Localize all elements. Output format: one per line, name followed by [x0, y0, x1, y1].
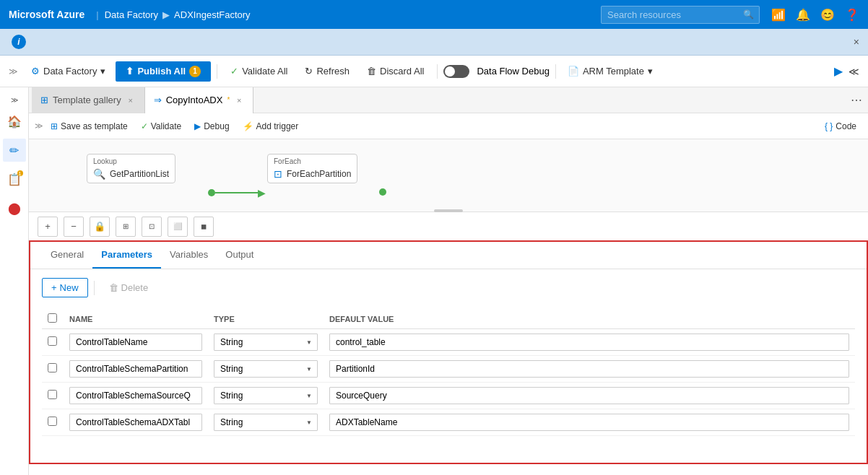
sidebar-icon-monitor[interactable]: ⬤: [3, 196, 26, 219]
foreach-node-header: ForEach: [274, 157, 351, 165]
tab-template-gallery[interactable]: ⊞ Template gallery ×: [32, 87, 145, 113]
publish-badge: 1: [189, 66, 201, 77]
template-gallery-close-icon[interactable]: ×: [126, 95, 136, 105]
row-checkbox-2[interactable]: [48, 390, 57, 399]
param-name-input-2[interactable]: [69, 387, 202, 404]
new-parameter-button[interactable]: + New: [42, 278, 88, 297]
wifi-icon[interactable]: 📶: [771, 8, 786, 22]
pipeline-expand-icon[interactable]: ≫: [35, 121, 43, 131]
delete-button[interactable]: 🗑 Delete: [100, 279, 157, 297]
lookup-node-header: Lookup: [93, 157, 169, 165]
param-type-select-3[interactable]: String Bool Int Float Object Array Secur…: [214, 414, 318, 431]
lookup-node-box: Lookup 🔍 GetPartitionList: [87, 154, 175, 183]
breadcrumb-factory-name[interactable]: ADXIngestFactory: [174, 9, 251, 20]
tabs-bar: ⊞ Template gallery × ⇒ CopyIntoADX * × ⋯: [29, 87, 868, 113]
code-label: Code: [836, 121, 856, 131]
save-as-template-button[interactable]: ⊞ Save as template: [45, 118, 134, 134]
connector-arrow-icon: ▶: [258, 187, 266, 199]
param-default-input-0[interactable]: [329, 334, 849, 351]
collapse-button[interactable]: ≪: [849, 66, 859, 77]
param-name-input-0[interactable]: [69, 334, 202, 351]
code-button[interactable]: { } Code: [819, 118, 862, 134]
table-row: String Bool Int Float Object Array Secur…: [42, 383, 855, 409]
lock-button[interactable]: 🔒: [90, 217, 110, 237]
tab-general[interactable]: General: [42, 242, 92, 269]
refresh-icon: ↻: [305, 66, 313, 77]
search-input[interactable]: [601, 6, 760, 24]
lookup-node-body: 🔍 GetPartitionList: [93, 168, 169, 180]
arm-template-button[interactable]: 📄 ARM Template ▾: [562, 63, 659, 79]
tab-variables[interactable]: Variables: [161, 242, 217, 269]
info-bar: i ×: [0, 29, 868, 56]
row-checkbox-1[interactable]: [48, 363, 57, 372]
table-row: String Bool Int Float Object Array Secur…: [42, 329, 855, 356]
discard-all-button[interactable]: 🗑 Discard All: [360, 61, 431, 81]
data-flow-debug-toggle[interactable]: [443, 65, 469, 78]
validate-button[interactable]: ✓ Validate: [135, 118, 187, 134]
account-icon[interactable]: 😊: [820, 8, 835, 22]
sidebar-toggle-icon[interactable]: ≫: [9, 66, 18, 77]
col-header-name: NAME: [64, 309, 208, 329]
foreach-node-icon: ⊡: [274, 168, 282, 180]
help-icon[interactable]: ❓: [845, 8, 859, 22]
data-factory-button[interactable]: ⚙ Data Factory ▾: [24, 61, 113, 81]
row-checkbox-0[interactable]: [48, 336, 57, 346]
param-name-input-3[interactable]: [69, 414, 202, 431]
select-all-checkbox[interactable]: [48, 313, 57, 323]
sidebar-expand-icon[interactable]: ≫: [11, 96, 18, 104]
sidebar-icon-notification[interactable]: 📋 1: [3, 167, 26, 191]
chevron-down-icon: ▾: [100, 66, 105, 77]
add-trigger-button[interactable]: ⚡ Add trigger: [237, 118, 305, 134]
panel-drag-handle[interactable]: [434, 209, 463, 212]
sidebar-icon-home[interactable]: 🏠: [3, 110, 26, 133]
param-default-input-2[interactable]: [329, 387, 849, 404]
toolbar-divider-3: [555, 64, 556, 79]
param-type-select-1[interactable]: String Bool Int Float Object Array Secur…: [214, 360, 318, 378]
table-row: String Bool Int Float Object Array Secur…: [42, 409, 855, 436]
validate-all-button[interactable]: ✓ Validate All: [223, 61, 295, 81]
lookup-node[interactable]: Lookup 🔍 GetPartitionList: [87, 154, 175, 183]
validate-all-label: Validate All: [242, 66, 287, 77]
modified-indicator: *: [227, 96, 230, 104]
arm-template-label: ARM Template: [583, 66, 644, 77]
info-close-button[interactable]: ×: [854, 36, 859, 48]
fit-button[interactable]: ⊞: [116, 217, 136, 237]
general-tab-label: General: [51, 249, 84, 260]
rectangle-button[interactable]: ◼: [194, 217, 214, 237]
tab-parameters[interactable]: Parameters: [92, 242, 161, 269]
param-default-input-1[interactable]: [329, 360, 849, 378]
main-toolbar: ≫ ⚙ Data Factory ▾ ⬆ Publish All 1 ✓ Val…: [0, 56, 868, 87]
param-name-input-1[interactable]: [69, 360, 202, 378]
tab-copy-into-adx[interactable]: ⇒ CopyIntoADX * ×: [145, 87, 254, 113]
bottom-panel: General Parameters Variables Output: [29, 240, 868, 464]
top-navbar: Microsoft Azure | Data Factory ▶ ADXInge…: [0, 0, 868, 29]
foreach-node[interactable]: ForEach ⊡ ForEachPartition: [267, 154, 357, 183]
select-button[interactable]: ⬜: [168, 217, 188, 237]
canvas-toolbar: + − 🔒 ⊞ ⊡ ⬜ ◼: [29, 212, 868, 240]
sidebar-icon-edit[interactable]: ✏: [3, 139, 26, 162]
breadcrumb-data-factory[interactable]: Data Factory: [105, 9, 158, 20]
row-checkbox-3[interactable]: [48, 417, 57, 426]
tabs-more-button[interactable]: ⋯: [845, 93, 868, 107]
copy-adx-close-icon[interactable]: ×: [234, 95, 244, 105]
tab-output[interactable]: Output: [217, 242, 262, 269]
add-trigger-icon: ⚡: [243, 121, 253, 131]
notification-dot: 1: [17, 170, 23, 176]
param-default-input-3[interactable]: [329, 414, 849, 431]
param-type-select-0[interactable]: String Bool Int Float Object Array Secur…: [214, 334, 318, 351]
param-type-select-2[interactable]: String Bool Int Float Object Array Secur…: [214, 387, 318, 404]
notification-icon[interactable]: 🔔: [796, 8, 810, 22]
arm-chevron-icon: ▾: [648, 66, 653, 77]
run-button[interactable]: ▶: [834, 64, 843, 78]
info-icon: i: [12, 35, 26, 49]
action-separator: [94, 281, 95, 295]
lookup-node-name: GetPartitionList: [110, 169, 169, 179]
zoom-in-button[interactable]: +: [38, 217, 58, 237]
debug-button[interactable]: ▶ Debug: [188, 118, 235, 134]
canvas-area[interactable]: Lookup 🔍 GetPartitionList ▶: [29, 139, 868, 240]
zoom-reset-button[interactable]: ⊡: [142, 217, 162, 237]
refresh-button[interactable]: ↻ Refresh: [298, 61, 357, 81]
zoom-out-button[interactable]: −: [64, 217, 84, 237]
publish-all-button[interactable]: ⬆ Publish All 1: [116, 61, 211, 82]
foreach-node-body: ⊡ ForEachPartition: [274, 168, 351, 180]
